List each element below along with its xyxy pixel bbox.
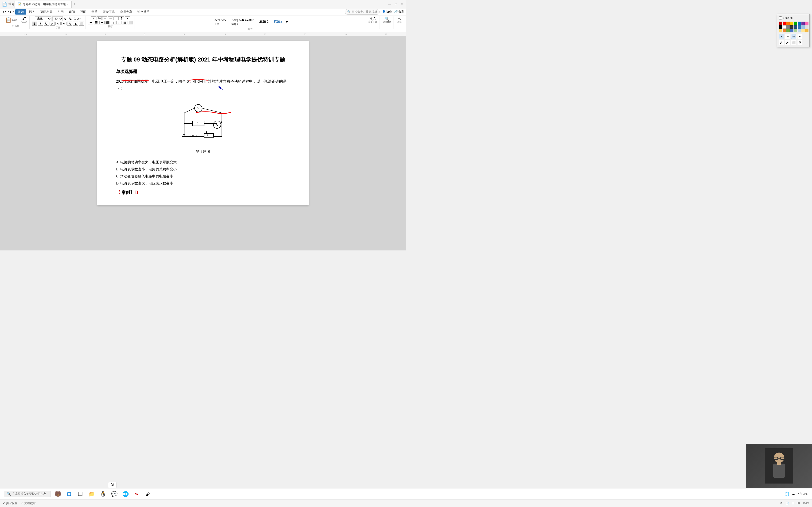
menu-view[interactable]: 视图 <box>78 9 89 14</box>
svg-point-20 <box>196 136 197 137</box>
align-justify-button[interactable]: ⬛ <box>105 21 110 24</box>
clear-format-button[interactable]: ⬡ <box>73 17 76 21</box>
title-bar: 📄 稿壳 📝 专题09 动态电...·电学提优特训专题 × + — ⊡ × <box>0 0 406 8</box>
sort-button[interactable]: ↕ <box>113 16 119 20</box>
line-spacing-button[interactable]: ↨ <box>116 21 121 24</box>
paragraph-mark-button[interactable]: ¶ <box>119 16 124 20</box>
option-c-label: C. <box>116 174 120 178</box>
select-button[interactable]: ↖ 选择 <box>396 16 403 24</box>
menu-insert[interactable]: 插入 <box>27 9 37 14</box>
indent-decrease-button[interactable]: ⇐ <box>102 16 107 20</box>
menu-chapter[interactable]: 章节 <box>89 9 100 14</box>
collab-icon[interactable]: 👤 协作 <box>382 10 392 14</box>
option-c-text: 滑动变阻器接入电路中的电阻变小 <box>120 174 173 178</box>
ribbon-toolbar: 📋 粘贴 🖌 格式刷 剪贴板 宋体 四号 小四 三号 <box>0 15 406 32</box>
redo-button[interactable]: ↪ <box>7 9 12 14</box>
underlined-text: 电源电压一定， <box>152 79 178 83</box>
paste-button[interactable]: 📋 粘贴 <box>3 16 19 23</box>
strikethrough-button[interactable]: A <box>50 21 55 25</box>
answer-line: 【 案例】 B <box>116 190 290 195</box>
font-family-select[interactable]: 宋体 <box>35 16 51 21</box>
style-h1-sub: AaBb(AaBbC <box>239 18 254 21</box>
svg-point-19 <box>190 136 192 137</box>
align-right-button[interactable]: ➡ <box>99 21 105 24</box>
option-b-text: 电流表示数变小，电路的总功率变小 <box>120 167 177 171</box>
style-normal[interactable]: AaBbCcDc 正文 <box>212 17 229 27</box>
search-icon: 🔍 <box>347 10 351 14</box>
menu-dev-tools[interactable]: 开发工具 <box>100 9 117 14</box>
style-normal-label: AaBbCcDc <box>214 18 226 21</box>
horizontal-ruler: -10-505101520253035 <box>0 32 406 36</box>
subscript-button[interactable]: X₂ <box>61 22 66 25</box>
bold-button[interactable]: B <box>32 21 37 25</box>
underline-button[interactable]: U <box>44 21 49 25</box>
superscript-button[interactable]: X² <box>55 22 61 25</box>
style-h1[interactable]: AaB| AaBb(AaBbC 标题 1 <box>229 16 256 27</box>
dropdown-button[interactable]: ▾ <box>13 10 15 14</box>
styles-expand-button[interactable]: ▾ <box>286 20 288 24</box>
document-area[interactable]: 专题 09 动态电路分析(解析版)-2021 年中考物理电学提优特训专题 单项选… <box>0 36 406 250</box>
style-normal-name: 正文 <box>214 22 219 25</box>
columns-button[interactable]: ⫿ <box>111 21 116 24</box>
clipboard-group: 📋 粘贴 🖌 格式刷 剪贴板 <box>2 16 30 29</box>
italic-button[interactable]: I <box>38 21 43 25</box>
text-layout-button[interactable]: 文A 文字排版 <box>367 16 378 24</box>
tab-close-button[interactable]: × <box>67 3 68 6</box>
option-c: C. 滑动变阻器接入电路中的电阻变小 <box>116 173 290 180</box>
highlight-button[interactable]: ▲ <box>73 21 78 25</box>
font-select-row: 宋体 四号 小四 三号 A↑ A↓ ⬡ A≡ <box>35 16 81 21</box>
ribbon-search[interactable]: 🔍 查找命令、搜索模板 <box>345 9 380 14</box>
char-spacing-button[interactable]: A≡ <box>77 17 81 21</box>
minimize-button[interactable]: — <box>388 2 392 6</box>
select-group: ↖ 选择 <box>395 16 404 29</box>
paste-icon: 📋 <box>5 17 11 22</box>
more-button[interactable]: ▾ <box>125 16 130 20</box>
list-number-button[interactable]: 1≡ <box>97 16 102 20</box>
indent-increase-button[interactable]: ⇒ <box>108 16 113 20</box>
active-tab[interactable]: 📝 专题09 动态电...·电学提优特训专题 × <box>14 1 72 8</box>
answer-value: B <box>135 190 138 195</box>
align-center-button[interactable]: ☰ <box>94 21 99 24</box>
svg-text:V: V <box>197 107 199 110</box>
maximize-button[interactable]: ⊡ <box>394 2 398 6</box>
format-painter-button[interactable]: 🖌 格式刷 <box>20 16 28 24</box>
border-para-button[interactable]: ⬜ <box>128 21 133 24</box>
style-h3[interactable]: 标题 3 <box>271 18 284 25</box>
option-a: A. 电路的总功率变大，电压表示数变大 <box>116 159 290 166</box>
font-size-select[interactable]: 四号 小四 三号 <box>52 16 63 21</box>
shading-button[interactable]: ▦ <box>122 21 127 24</box>
menu-paper-assistant[interactable]: 论文助手 <box>135 9 152 14</box>
svg-rect-22 <box>204 133 214 137</box>
circuit-container: V A R S <box>116 97 290 154</box>
font-increase-button[interactable]: A↑ <box>64 17 68 21</box>
clipboard-tools: 📋 粘贴 🖌 格式刷 <box>3 16 28 24</box>
app-icon: 📄 <box>2 2 7 7</box>
menu-start[interactable]: 开始 <box>15 9 26 14</box>
answer-options: A. 电路的总功率变大，电压表示数变大 B. 电流表示数变小，电路的总功率变小 … <box>116 159 290 187</box>
font-label: 字体 <box>56 26 60 30</box>
svg-line-9 <box>202 108 222 113</box>
close-button[interactable]: × <box>400 2 404 6</box>
border-button[interactable]: ⬜ <box>79 21 84 25</box>
font-color-button[interactable]: A <box>67 21 72 25</box>
new-tab-button[interactable]: + <box>72 1 77 7</box>
undo-button[interactable]: ↩ <box>2 9 7 14</box>
option-d-text: 电流表示数变大，电压表示数变小 <box>120 181 173 185</box>
menu-reference[interactable]: 引用 <box>55 9 66 14</box>
style-h2[interactable]: 标题 2 <box>257 18 271 25</box>
menu-page-layout[interactable]: 页面布局 <box>38 9 55 14</box>
title-bar-left: 📄 稿壳 <box>2 2 14 7</box>
find-replace-button[interactable]: 🔍 查找替换 <box>382 16 392 24</box>
font-decrease-button[interactable]: A↓ <box>68 17 72 21</box>
menu-member[interactable]: 会员专享 <box>118 9 135 14</box>
paragraph-tools: ≡ 1≡ ⇐ ⇒ ↕ ¶ ▾ <box>91 16 130 20</box>
text-layout-icon: 文A <box>369 17 376 21</box>
menu-review[interactable]: 审阅 <box>66 9 77 14</box>
option-a-label: A. <box>116 160 120 164</box>
clipboard-label: 剪贴板 <box>12 24 19 27</box>
document-title: 专题 09 动态电路分析(解析版)-2021 年中考物理电学提优特训专题 <box>116 55 290 64</box>
list-bullet-button[interactable]: ≡ <box>91 16 96 20</box>
find-replace-group: 🔍 查找替换 <box>380 16 394 29</box>
align-left-button[interactable]: ⬅ <box>88 21 93 24</box>
share-icon[interactable]: 🔗 分享 <box>394 10 404 14</box>
